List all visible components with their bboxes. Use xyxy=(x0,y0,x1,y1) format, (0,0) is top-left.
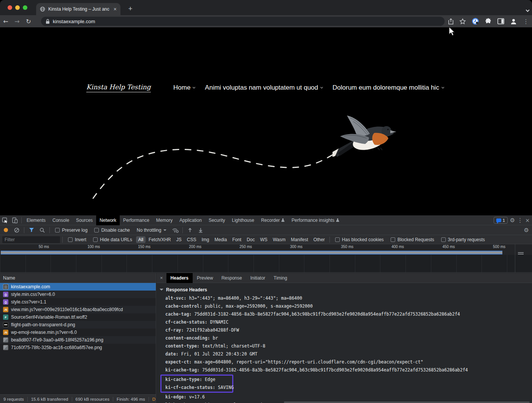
extension-clock-icon[interactable] xyxy=(472,17,479,25)
search-icon[interactable] xyxy=(37,225,47,235)
import-har-icon[interactable] xyxy=(185,225,195,235)
devtools-settings-icon[interactable]: ⚙ xyxy=(510,217,515,224)
tab-network[interactable]: Network xyxy=(96,215,120,225)
clear-network-log-icon[interactable] xyxy=(12,225,22,235)
table-row[interactable]: SourceSerif4Variable-Roman.ttf.woff2 xyxy=(0,313,156,321)
minimize-window-button[interactable] xyxy=(15,5,20,10)
filter-funnel-icon[interactable] xyxy=(27,225,36,235)
browser-menu-icon[interactable]: ⋮ xyxy=(523,18,529,25)
devtools-close-icon[interactable]: × xyxy=(525,217,530,223)
page-viewport: Kinsta Help Testing Home Animi voluptas … xyxy=(0,27,532,215)
header-line: ki-edge:v=17.6 xyxy=(157,393,532,401)
extensions-puzzle-icon[interactable] xyxy=(485,18,492,25)
device-toolbar-icon[interactable] xyxy=(10,215,20,225)
disable-cache-checkbox[interactable]: Disable cache xyxy=(91,228,133,233)
header-line: date:Fri, 01 Jul 2022 20:43:20 GMT xyxy=(157,350,532,358)
tab-performance[interactable]: Performance xyxy=(120,215,153,225)
third-party-requests-checkbox[interactable]: 3rd-party requests xyxy=(438,237,488,242)
network-overview[interactable] xyxy=(0,250,532,255)
tab-search-button[interactable] xyxy=(526,6,529,13)
tab-timing[interactable]: Timing xyxy=(269,273,291,283)
table-row[interactable]: flight-path-on-transparent-d.png xyxy=(0,321,156,329)
filter-pill-manifest[interactable]: Manifest xyxy=(288,236,310,243)
tab-lighthouse[interactable]: Lighthouse xyxy=(228,215,258,225)
browser-tab[interactable]: Kinsta Help Testing – Just anot × xyxy=(36,3,120,15)
share-icon[interactable] xyxy=(448,18,454,25)
horizontal-scrollbar[interactable] xyxy=(284,401,530,403)
filter-pill-other[interactable]: Other xyxy=(311,236,327,243)
table-row[interactable]: view.min.js?ver=009e29110e016c14bac4ba0e… xyxy=(0,306,156,313)
close-window-button[interactable] xyxy=(8,5,12,10)
drag-handle-icon[interactable] xyxy=(518,252,524,254)
divider xyxy=(515,244,515,273)
tab-console[interactable]: Console xyxy=(49,215,73,225)
request-list-header[interactable]: Name xyxy=(0,273,156,283)
flight-path-image xyxy=(0,27,532,215)
inspect-element-icon[interactable] xyxy=(0,215,10,225)
profile-avatar[interactable] xyxy=(510,18,517,25)
close-details-icon[interactable]: × xyxy=(157,275,166,281)
filter-pill-media[interactable]: Media xyxy=(212,236,229,243)
table-row[interactable]: style.css?ver=1.1 xyxy=(0,298,156,306)
reload-button[interactable]: ↻ xyxy=(23,18,34,25)
invert-checkbox[interactable]: Invert xyxy=(65,237,89,242)
filter-pill-img[interactable]: Img xyxy=(199,236,211,243)
filter-pill-all[interactable]: All xyxy=(136,236,146,243)
table-row[interactable]: kinstaexample.com xyxy=(0,283,156,291)
font-icon xyxy=(3,314,8,320)
forward-button[interactable]: → xyxy=(11,18,23,25)
preserve-log-checkbox[interactable]: Preserve log xyxy=(52,228,90,233)
request-list-pane: Name kinstaexample.com style.min.css?ver… xyxy=(0,273,156,403)
table-row[interactable]: wp-emoji-release.min.js?ver=6.0 xyxy=(0,329,156,336)
maximize-window-button[interactable] xyxy=(23,5,27,10)
tab-initiator[interactable]: Initiator xyxy=(246,273,269,283)
tab-response[interactable]: Response xyxy=(217,273,246,283)
filter-pill-wasm[interactable]: Wasm xyxy=(271,236,288,243)
filter-pill-doc[interactable]: Doc xyxy=(244,236,257,243)
tab-recorder[interactable]: Recorder xyxy=(258,215,288,225)
hide-data-urls-checkbox[interactable]: Hide data URLs xyxy=(90,237,135,242)
close-tab-icon[interactable]: × xyxy=(114,6,117,12)
document-icon xyxy=(3,284,8,289)
tab-headers[interactable]: Headers xyxy=(166,273,193,283)
bookmark-star-icon[interactable] xyxy=(459,18,466,25)
stylesheet-icon xyxy=(3,292,8,297)
checkbox-icon xyxy=(93,237,98,242)
back-button[interactable]: ← xyxy=(0,18,11,25)
table-row[interactable]: 71c60f75-78fc-325b-ac16-cc680a6f57ee.png xyxy=(0,344,156,351)
tab-sources[interactable]: Sources xyxy=(73,215,96,225)
table-row[interactable]: bea8d807-f7e9-3aa0-a4f6-18f45257a196.png xyxy=(0,336,156,344)
tab-performance-insights[interactable]: Performance insights xyxy=(288,215,343,225)
tab-memory[interactable]: Memory xyxy=(153,215,176,225)
table-row[interactable]: style.min.css?ver=6.0 xyxy=(0,291,156,298)
export-har-icon[interactable] xyxy=(196,225,206,235)
address-bar[interactable]: kinstaexample.com xyxy=(41,17,445,26)
throttling-dropdown[interactable]: No throttling xyxy=(134,228,170,233)
network-main: Name kinstaexample.com style.min.css?ver… xyxy=(0,273,532,403)
filter-pill-js[interactable]: JS xyxy=(174,236,184,243)
filter-pill-font[interactable]: Font xyxy=(230,236,244,243)
highlighted-headers-box: ki-cache-type:Edge ki-cf-cache-status:SA… xyxy=(160,375,233,393)
tab-preview[interactable]: Preview xyxy=(193,273,217,283)
issues-badge[interactable]: 1 xyxy=(494,217,508,224)
blocked-requests-checkbox[interactable]: Blocked Requests xyxy=(388,237,437,242)
side-panel-icon[interactable] xyxy=(497,18,504,24)
filter-pill-css[interactable]: CSS xyxy=(185,236,199,243)
tab-application[interactable]: Application xyxy=(176,215,205,225)
network-settings-icon[interactable]: ⚙ xyxy=(524,227,532,234)
tab-security[interactable]: Security xyxy=(205,215,228,225)
filter-pill-fetchxhr[interactable]: Fetch/XHR xyxy=(146,236,173,243)
header-line: cf-cache-status:DYNAMIC xyxy=(157,318,532,326)
has-blocked-cookies-checkbox[interactable]: Has blocked cookies xyxy=(332,237,387,242)
filter-input[interactable] xyxy=(2,236,60,243)
record-button[interactable] xyxy=(4,228,8,232)
checkbox-icon xyxy=(335,237,340,242)
devtools-menu-icon[interactable]: ⋮ xyxy=(517,217,523,224)
browser-window: Kinsta Help Testing – Just anot × + ← → … xyxy=(0,0,532,403)
tab-strip: Kinsta Help Testing – Just anot × + xyxy=(0,0,532,15)
response-headers-section[interactable]: Response Headers xyxy=(157,283,532,293)
network-conditions-icon[interactable] xyxy=(170,225,180,235)
new-tab-button[interactable]: + xyxy=(125,4,135,14)
tab-elements[interactable]: Elements xyxy=(23,215,49,225)
filter-pill-ws[interactable]: WS xyxy=(258,236,270,243)
